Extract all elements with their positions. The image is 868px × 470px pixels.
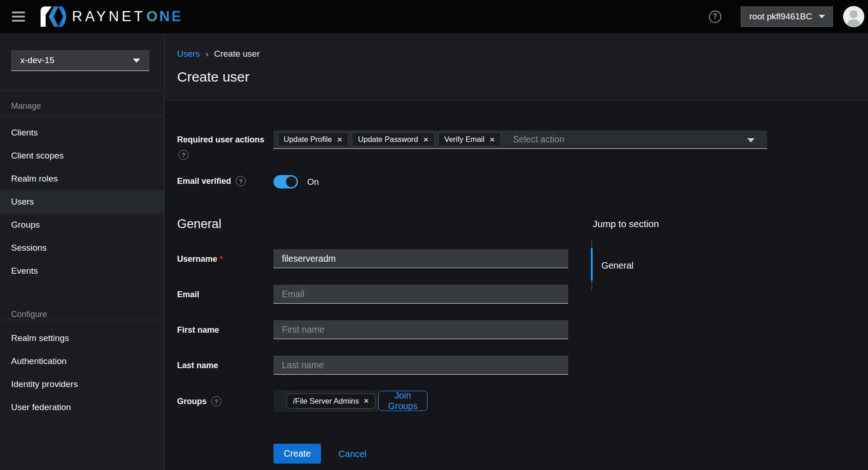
- select-action-placeholder: Select action: [513, 134, 565, 145]
- sidebar-item-user-federation[interactable]: User federation: [0, 396, 164, 419]
- sidebar-item-clients[interactable]: Clients: [0, 121, 164, 144]
- remove-chip-icon[interactable]: ✕: [337, 136, 343, 143]
- app-root: RAYNET ONE ? root pkfl9461BC x-dev-15 Ma…: [0, 0, 868, 470]
- divider: [0, 320, 164, 320]
- sidebar-item-client-scopes[interactable]: Client scopes: [0, 144, 164, 167]
- sidebar-item-sessions[interactable]: Sessions: [0, 236, 164, 259]
- configure-nav: Realm settings Authentication Identity p…: [0, 327, 164, 419]
- username-label-row: Username*: [177, 254, 223, 264]
- username-input[interactable]: [273, 249, 568, 268]
- required-actions-multiselect[interactable]: Update Profile ✕ Update Password ✕ Verif…: [273, 130, 767, 149]
- breadcrumb-separator-icon: ›: [206, 49, 208, 59]
- brand: RAYNET ONE: [40, 6, 183, 27]
- breadcrumb-users-link[interactable]: Users: [177, 49, 200, 59]
- brand-logo-icon: [40, 6, 66, 27]
- page-title: Create user: [177, 69, 250, 85]
- chip-label: Update Password: [358, 135, 418, 144]
- sidebar-item-authentication[interactable]: Authentication: [0, 350, 164, 373]
- email-verified-state: On: [307, 177, 319, 187]
- top-bar: RAYNET ONE ? root pkfl9461BC: [0, 0, 868, 33]
- create-user-form: Required user actions ? Update Profile ✕…: [165, 101, 868, 470]
- manage-nav: Clients Client scopes Realm roles Users …: [0, 121, 164, 282]
- divider: [0, 117, 164, 117]
- account-label: root pkfl9461BC: [749, 12, 812, 22]
- hamburger-menu-icon[interactable]: [12, 12, 25, 22]
- help-icon[interactable]: ?: [211, 396, 221, 406]
- remove-chip-icon[interactable]: ✕: [423, 136, 429, 143]
- chevron-down-icon: [133, 59, 140, 63]
- realm-selector-value: x-dev-15: [20, 55, 54, 65]
- chip-file-server-admins: /File Server Admins ✕: [286, 394, 375, 409]
- sidebar-item-users[interactable]: Users: [0, 190, 164, 213]
- brand-name-primary: RAYNET: [72, 8, 145, 25]
- chip-label: Verify Email: [444, 135, 484, 144]
- chevron-down-icon[interactable]: [747, 138, 755, 142]
- sidebar-item-identity-providers[interactable]: Identity providers: [0, 373, 164, 396]
- general-section-heading: General: [177, 217, 221, 231]
- first-name-label: First name: [177, 325, 219, 335]
- nav-group-manage-label: Manage: [11, 101, 41, 111]
- chevron-down-icon: [819, 15, 825, 18]
- create-button[interactable]: Create: [273, 444, 321, 464]
- groups-chip-container: /File Server Admins ✕: [273, 390, 378, 412]
- sidebar-item-realm-roles[interactable]: Realm roles: [0, 167, 164, 190]
- breadcrumb-current: Create user: [214, 49, 260, 59]
- nav-group-configure-label: Configure: [11, 310, 47, 319]
- divider: [0, 91, 164, 91]
- sidebar-item-realm-settings[interactable]: Realm settings: [0, 327, 164, 350]
- groups-label: Groups: [177, 397, 207, 406]
- sidebar: x-dev-15 Manage Clients Client scopes Re…: [0, 33, 165, 470]
- page-header: Users › Create user Create user: [165, 33, 868, 100]
- required-marker: *: [220, 254, 223, 264]
- required-user-actions-label: Required user actions: [177, 135, 264, 145]
- person-icon: [843, 6, 864, 27]
- chip-verify-email: Verify Email ✕: [438, 132, 501, 147]
- remove-chip-icon[interactable]: ✕: [489, 136, 495, 143]
- last-name-label: Last name: [177, 361, 218, 370]
- email-label: Email: [177, 290, 199, 300]
- help-icon[interactable]: ?: [709, 11, 721, 23]
- username-label: Username: [177, 254, 217, 264]
- account-menu-button[interactable]: root pkfl9461BC: [741, 6, 833, 27]
- groups-label-row: Groups ?: [177, 396, 221, 406]
- brand-name: RAYNET ONE: [72, 8, 183, 25]
- email-verified-toggle[interactable]: [273, 175, 298, 188]
- email-verified-label-row: Email verified ?: [177, 176, 246, 186]
- email-verified-label: Email verified: [177, 176, 231, 186]
- email-input[interactable]: [273, 285, 568, 304]
- sidebar-item-groups[interactable]: Groups: [0, 213, 164, 236]
- help-icon[interactable]: ?: [236, 176, 246, 186]
- jump-nav-item-general[interactable]: General: [601, 260, 633, 271]
- jump-nav-active-indicator: [591, 248, 593, 281]
- join-groups-button[interactable]: Join Groups: [378, 391, 428, 411]
- last-name-input[interactable]: [273, 356, 568, 375]
- chip-label: Update Profile: [284, 135, 332, 144]
- sidebar-item-events[interactable]: Events: [0, 259, 164, 282]
- avatar[interactable]: [843, 6, 864, 27]
- brand-name-accent: ONE: [146, 8, 183, 25]
- help-icon[interactable]: ?: [178, 150, 189, 160]
- realm-selector[interactable]: x-dev-15: [11, 50, 149, 71]
- jump-to-section-title: Jump to section: [593, 218, 659, 229]
- chip-update-password: Update Password ✕: [352, 132, 434, 147]
- toggle-knob: [286, 176, 297, 187]
- breadcrumb: Users › Create user: [177, 49, 260, 59]
- remove-chip-icon[interactable]: ✕: [363, 397, 369, 405]
- cancel-link[interactable]: Cancel: [339, 449, 367, 459]
- chip-label: /File Server Admins: [293, 397, 359, 405]
- chip-update-profile: Update Profile ✕: [278, 132, 348, 147]
- first-name-input[interactable]: [273, 320, 568, 339]
